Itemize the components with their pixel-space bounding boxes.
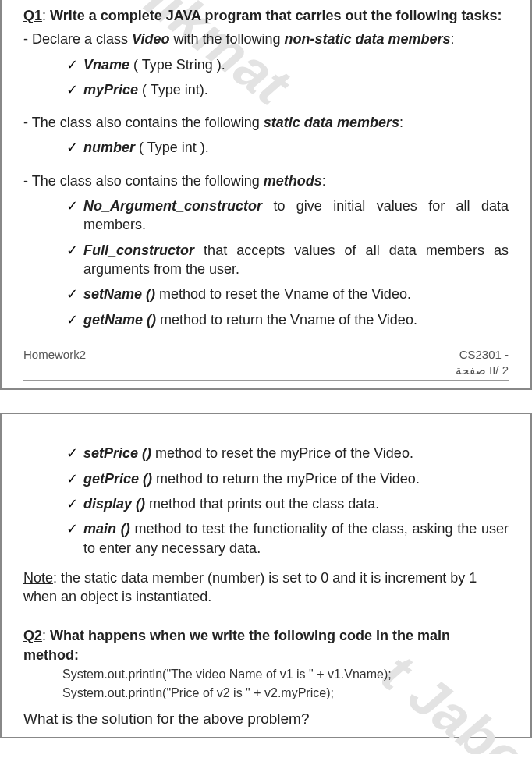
check-icon: ✓ xyxy=(66,444,78,462)
check-icon: ✓ xyxy=(66,469,78,488)
footer-right: CS2301 - صفحة II/ 2 xyxy=(456,347,509,379)
check-icon: ✓ xyxy=(66,197,78,215)
item-main: ✓ main () method to test the functionali… xyxy=(66,519,509,558)
page-2-content: ✓ setPrice () method to reset the myPric… xyxy=(23,444,509,729)
item-display: ✓ display () method that prints out the … xyxy=(66,494,509,513)
dash-methods: The class also contains the following me… xyxy=(23,172,509,190)
check-icon: ✓ xyxy=(66,494,78,513)
check-icon: ✓ xyxy=(66,241,78,260)
check-icon: ✓ xyxy=(66,310,78,329)
footer-left: Homework2 xyxy=(23,347,86,363)
methods-list-cont: ✓ setPrice () method to reset the myPric… xyxy=(23,444,509,557)
q1-heading: Q1: Write a complete JAVA program that c… xyxy=(23,6,509,25)
page-2: t Jaber ✓ setPrice () method to reset th… xyxy=(0,413,532,738)
check-icon: ✓ xyxy=(66,285,78,303)
static-members: ✓ number ( Type int ). xyxy=(23,138,509,157)
code-line-2: System.out.println("Price of v2 is " + v… xyxy=(23,685,509,702)
solution-question: What is the solution for the above probl… xyxy=(23,709,509,729)
page-separator xyxy=(0,406,532,406)
nonstatic-members: ✓ Vname ( Type String ). ✓ myPrice ( Typ… xyxy=(23,55,509,100)
note-paragraph: Note: the static data member (number) is… xyxy=(23,568,509,607)
dash-nonstatic: Declare a class Video with the following… xyxy=(23,30,509,48)
q2-text: What happens when we write the following… xyxy=(23,628,450,662)
note-label: Note xyxy=(23,570,53,586)
item-full: ✓ Full_constructor that accepts values o… xyxy=(66,241,509,279)
item-myprice: ✓ myPrice ( Type int). xyxy=(66,80,509,99)
check-icon: ✓ xyxy=(66,138,78,157)
item-noarg: ✓ No_Argument_constructor to give initia… xyxy=(66,197,509,235)
q2-label: Q2 xyxy=(23,628,42,643)
check-icon: ✓ xyxy=(66,80,78,99)
q1-label: Q1 xyxy=(23,8,42,23)
q1-text: Write a complete JAVA program that carri… xyxy=(50,8,502,23)
item-getprice: ✓ getPrice () method to return the myPri… xyxy=(66,469,509,488)
page-footer: Homework2 CS2301 - صفحة II/ 2 xyxy=(23,345,509,381)
page-1-content: Q1: Write a complete JAVA program that c… xyxy=(23,6,509,381)
methods-list: ✓ No_Argument_constructor to give initia… xyxy=(23,197,509,329)
code-line-1: System.out.println("The video Name of v1… xyxy=(23,666,509,683)
dash-static: The class also contains the following st… xyxy=(23,113,509,132)
check-icon: ✓ xyxy=(66,519,78,538)
page-1: Dr. Hikmat Q1: Write a complete JAVA pro… xyxy=(0,0,532,390)
item-vname: ✓ Vname ( Type String ). xyxy=(66,55,509,74)
check-icon: ✓ xyxy=(66,55,78,74)
item-setprice: ✓ setPrice () method to reset the myPric… xyxy=(66,444,509,462)
q2-heading: Q2: What happens when we write the follo… xyxy=(23,626,509,664)
item-getname: ✓ getName () method to return the Vname … xyxy=(66,310,509,329)
item-setname: ✓ setName () method to reset the Vname o… xyxy=(66,285,509,303)
item-number: ✓ number ( Type int ). xyxy=(66,138,509,157)
